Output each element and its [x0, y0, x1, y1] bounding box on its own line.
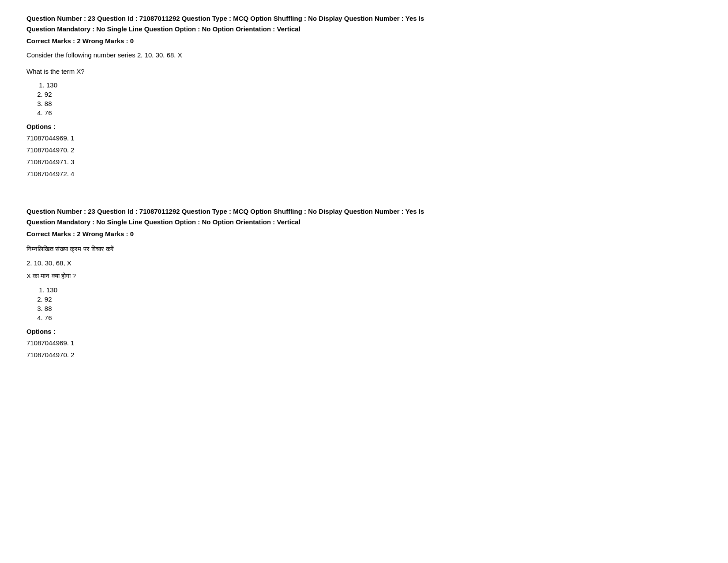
option-3-q1: 71087044971. 3	[26, 156, 702, 168]
question-block-2: Question Number : 23 Question Id : 71087…	[26, 206, 702, 361]
choice-3-q2: 3. 88	[26, 304, 702, 313]
meta-line2-q2: Question Mandatory : No Single Line Ques…	[26, 217, 702, 227]
choice-4-q1: 4. 76	[26, 108, 702, 117]
meta-line2-q1: Question Mandatory : No Single Line Ques…	[26, 24, 702, 34]
question-block-1: Question Number : 23 Question Id : 71087…	[26, 13, 702, 180]
choice-2-q2: 2. 92	[26, 295, 702, 304]
marks-q2: Correct Marks : 2 Wrong Marks : 0	[26, 230, 702, 238]
choice-1-q2: 1. 130	[26, 285, 702, 295]
meta-line1-q1: Question Number : 23 Question Id : 71087…	[26, 13, 702, 24]
question-subtext-english-q1: What is the term X?	[26, 68, 702, 75]
question-subtext-hindi-q2: X का मान क्या होगा ?	[26, 272, 702, 280]
option-1-q1: 71087044969. 1	[26, 132, 702, 144]
choice-2-q1: 2. 92	[26, 90, 702, 99]
question-series-q2: 2, 10, 30, 68, X	[26, 259, 702, 267]
option-1-q2: 71087044969. 1	[26, 337, 702, 349]
option-2-q2: 71087044970. 2	[26, 349, 702, 361]
option-4-q1: 71087044972. 4	[26, 168, 702, 180]
question-text-hindi-q2: निम्नलिखित संख्या क्रम पर विचार करें	[26, 243, 702, 255]
choice-1-q1: 1. 130	[26, 80, 702, 90]
question-text-english-q1: Consider the following number series 2, …	[26, 50, 702, 60]
question-meta-2: Question Number : 23 Question Id : 71087…	[26, 206, 702, 227]
meta-line1-q2: Question Number : 23 Question Id : 71087…	[26, 206, 702, 217]
options-label-q2: Options :	[26, 328, 702, 335]
choices-list-q1: 1. 130 2. 92 3. 88 4. 76	[26, 80, 702, 117]
option-2-q1: 71087044970. 2	[26, 144, 702, 156]
marks-q1: Correct Marks : 2 Wrong Marks : 0	[26, 37, 702, 45]
choices-list-q2: 1. 130 2. 92 3. 88 4. 76	[26, 285, 702, 322]
choice-4-q2: 4. 76	[26, 313, 702, 322]
options-label-q1: Options :	[26, 123, 702, 130]
choice-3-q1: 3. 88	[26, 99, 702, 108]
question-meta-1: Question Number : 23 Question Id : 71087…	[26, 13, 702, 34]
